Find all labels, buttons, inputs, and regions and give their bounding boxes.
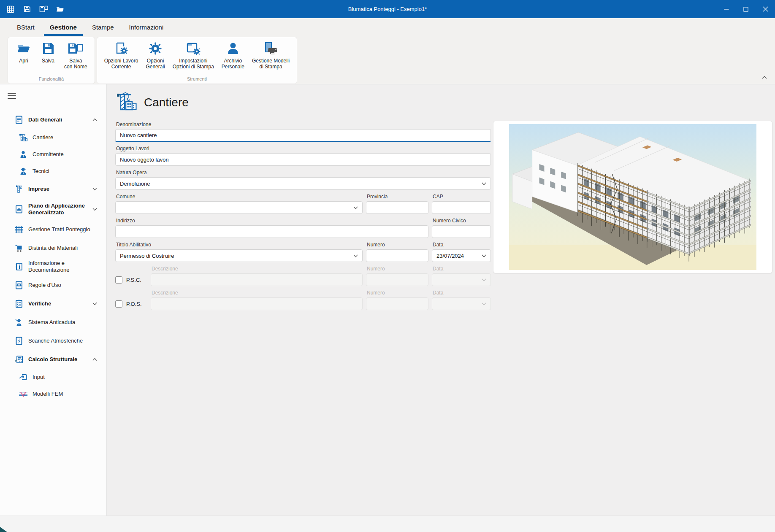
- open-folder-icon: [16, 41, 31, 57]
- window-controls: [717, 0, 775, 18]
- fem-model-icon: [19, 389, 28, 399]
- corner-logo-fragment: [0, 526, 7, 532]
- scaffold-icon: [14, 225, 24, 234]
- ribbon-tabbar: BStart Gestione Stampe Informazioni: [0, 18, 775, 36]
- input-arrow-icon: [19, 373, 28, 382]
- sidebar-item-cantiere[interactable]: Cantiere: [0, 129, 106, 146]
- sidebar-item-tecnici[interactable]: Tecnici: [0, 163, 106, 180]
- sidebar-item-regole-uso[interactable]: Regole d'Uso: [0, 276, 106, 294]
- minimize-button[interactable]: [717, 0, 736, 18]
- pos-checkbox[interactable]: [115, 300, 122, 308]
- open-folder-icon[interactable]: [54, 4, 65, 15]
- chevron-up-icon: [92, 119, 97, 122]
- provincia-input[interactable]: [366, 201, 428, 214]
- maximize-button[interactable]: [736, 0, 756, 18]
- chevron-down-icon: [92, 208, 97, 211]
- cart-icon: [14, 243, 24, 253]
- lightning-document-icon: [14, 336, 24, 346]
- oggetto-lavori-input[interactable]: [115, 153, 491, 166]
- chevron-down-icon: [92, 302, 97, 305]
- sidebar-item-dati-generali[interactable]: Dati Generali: [0, 111, 106, 129]
- salva-button[interactable]: Salva: [36, 40, 60, 76]
- tab-informazioni[interactable]: Informazioni: [123, 20, 170, 36]
- save-icon: [41, 41, 55, 57]
- denominazione-input[interactable]: [115, 129, 491, 142]
- sidebar-item-verifiche[interactable]: Verifiche: [0, 294, 106, 313]
- numero-input[interactable]: [366, 249, 428, 262]
- checklist-icon: [14, 299, 24, 308]
- psc-data-label: Data: [433, 266, 491, 272]
- impostazioni-opzioni-stampa-button[interactable]: Impostazioni Opzioni di Stampa: [169, 40, 218, 76]
- numero-civico-label: Numero Civico: [433, 218, 491, 224]
- person-icon: [19, 150, 28, 159]
- sidebar-item-gestione-tratti[interactable]: Gestione Tratti Ponteggio: [0, 220, 106, 239]
- sidebar-item-input[interactable]: Input: [0, 369, 106, 386]
- tab-bstart[interactable]: BStart: [11, 20, 41, 36]
- structural-calc-icon: [14, 355, 24, 364]
- save-as-icon: [67, 41, 84, 57]
- data-label: Data: [433, 242, 491, 248]
- pos-descrizione-input: [151, 297, 363, 310]
- quick-access-toolbar: [0, 4, 65, 15]
- cap-input[interactable]: [432, 201, 491, 214]
- titolo-abilitativo-select[interactable]: Permesso di Costruire: [115, 249, 363, 262]
- save-as-icon[interactable]: [38, 4, 49, 15]
- close-button[interactable]: [756, 0, 775, 18]
- natura-opera-select[interactable]: Demolizione: [115, 177, 491, 190]
- ribbon-collapse-button[interactable]: [760, 74, 769, 81]
- denominazione-label: Denominazione: [116, 122, 491, 127]
- sidebar-item-imprese[interactable]: Imprese: [0, 180, 106, 198]
- indirizzo-input[interactable]: [115, 225, 428, 238]
- opzioni-lavoro-corrente-button[interactable]: Opzioni Lavoro Corrente: [100, 40, 142, 76]
- pos-data-select: [432, 297, 491, 310]
- print-settings-icon: [186, 41, 201, 57]
- crane-icon: [115, 91, 138, 114]
- ribbon: Apri Salva Salva con Nome Funzionalità: [0, 36, 775, 84]
- chevron-up-icon: [762, 76, 767, 79]
- cap-label: CAP: [433, 194, 491, 200]
- psc-checkbox[interactable]: [115, 276, 122, 284]
- gear-icon: [148, 41, 163, 57]
- opzioni-generali-button[interactable]: Opzioni Generali: [142, 40, 168, 76]
- ribbon-group-label: Strumenti: [100, 76, 294, 83]
- provincia-label: Provincia: [367, 194, 428, 200]
- sidebar-item-calcolo-strutturale[interactable]: Calcolo Strutturale: [0, 350, 106, 369]
- sidebar-item-distinta-materiali[interactable]: Distinta dei Materiali: [0, 239, 106, 257]
- bottom-strip: [0, 516, 775, 532]
- pos-checkbox-label: P.O.S.: [126, 301, 142, 307]
- pos-numero-input: [366, 297, 428, 310]
- chevron-down-icon: [353, 254, 358, 257]
- chevron-down-icon: [482, 254, 486, 257]
- app-window: Blumatica Ponteggi - Esempio1* BStart Ge…: [0, 0, 775, 532]
- comune-select[interactable]: [115, 201, 363, 214]
- pos-checkbox-row: P.O.S.: [115, 289, 147, 310]
- sidebar-item-scariche-atmosferiche[interactable]: Scariche Atmosferiche: [0, 332, 106, 350]
- sidebar-item-informazione-documentazione[interactable]: Informazione e Documentazione: [0, 257, 106, 276]
- print-templates-icon: [263, 41, 279, 57]
- ribbon-group-funzionalita: Apri Salva Salva con Nome Funzionalità: [8, 37, 95, 84]
- psc-checkbox-row: P.S.C.: [115, 265, 147, 286]
- gestione-modelli-stampa-button[interactable]: Gestione Modelli di Stampa: [248, 40, 293, 76]
- sidebar-toggle-button[interactable]: [8, 91, 16, 100]
- data-select[interactable]: 23/07/2024: [432, 249, 491, 262]
- app-logo-icon[interactable]: [5, 4, 16, 15]
- site-3d-render: [509, 124, 756, 270]
- pos-data-label: Data: [433, 290, 491, 296]
- helmet-document-icon: [14, 205, 24, 214]
- salva-con-nome-button[interactable]: Salva con Nome: [60, 40, 91, 76]
- sidebar-item-committente[interactable]: Committente: [0, 146, 106, 163]
- fall-protection-icon: [14, 318, 24, 327]
- sidebar-item-modelli-fem[interactable]: Modelli FEM: [0, 386, 106, 402]
- sidebar-item-sistema-anticaduta[interactable]: Sistema Anticaduta: [0, 313, 106, 332]
- save-icon[interactable]: [22, 4, 33, 15]
- ribbon-group-strumenti: Opzioni Lavoro Corrente Opzioni Generali…: [97, 37, 298, 84]
- sidebar-item-piano-applicazione[interactable]: Piano di Applicazione Generalizzato: [0, 198, 106, 220]
- apri-button[interactable]: Apri: [11, 40, 36, 76]
- tab-gestione[interactable]: Gestione: [44, 20, 83, 36]
- chevron-up-icon: [92, 358, 97, 361]
- archivio-personale-button[interactable]: Archivio Personale: [218, 40, 248, 76]
- crane-icon: [19, 133, 28, 142]
- numero-civico-input[interactable]: [432, 225, 491, 238]
- tab-stampe[interactable]: Stampe: [86, 20, 120, 36]
- chevron-down-icon: [353, 206, 358, 209]
